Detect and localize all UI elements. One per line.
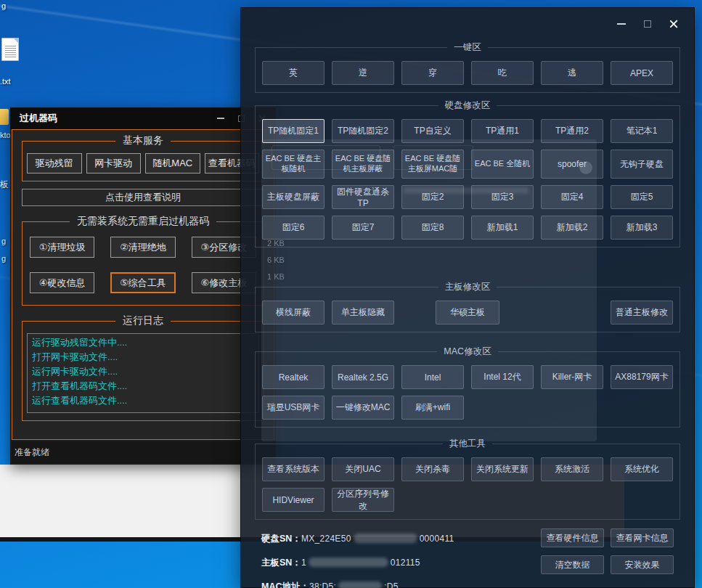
tool-button-4[interactable]: 系统激活 <box>541 457 603 481</box>
usage-guide-button[interactable]: 点击使用查看说明 <box>22 189 264 206</box>
numbered-tool-button-1[interactable]: ②清理绝地 <box>110 237 175 258</box>
other-tools-section: 其他工具 查看系统版本关闭UAC关闭杀毒关闭系统更新系统激活系统优化HIDVie… <box>255 438 680 520</box>
tool-button-1[interactable]: 关闭UAC <box>332 457 394 481</box>
minimize-button[interactable] <box>211 107 231 129</box>
info-action-button-1[interactable]: 查看网卡信息 <box>611 528 674 547</box>
mac-button-5[interactable]: AX88179网卡 <box>611 365 673 389</box>
tool-button-5[interactable]: 系统优化 <box>611 457 673 481</box>
machine-code-window-title: 过机器码 <box>10 112 57 125</box>
hdd-button-19[interactable]: 固定7 <box>332 216 394 240</box>
no-reinstall-title: 无需装系统无需重启过机器码 <box>70 215 216 228</box>
mac-button-1[interactable]: Realtek 2.5G <box>332 365 394 389</box>
hdd-button-22[interactable]: 新加载2 <box>541 216 603 240</box>
basic-button-1[interactable]: 网卡驱动 <box>86 153 142 173</box>
mac-button-4[interactable]: Killer-网卡 <box>541 365 603 389</box>
close-button[interactable] <box>664 15 684 33</box>
hdd-button-5[interactable]: 笔记本1 <box>611 119 673 143</box>
hdd-button-3[interactable]: TP通用1 <box>471 119 534 143</box>
hdd-button-14[interactable]: 固定2 <box>401 185 464 209</box>
maximize-button[interactable] <box>637 15 658 33</box>
hdd-section-title: 硬盘修改区 <box>438 99 497 112</box>
one-key-button-0[interactable]: 英 <box>262 61 325 85</box>
info-action-button-0[interactable]: 查看硬件信息 <box>541 528 604 547</box>
log-line-3: 打开查看机器码文件.... <box>32 379 254 393</box>
hdd-sn-row: 硬盘SN：MX_224E500000411 <box>261 531 454 545</box>
hdd-button-11[interactable]: 无钩子硬盘 <box>611 150 673 179</box>
hdd-button-21[interactable]: 新加载1 <box>471 216 534 240</box>
desktop-icon-label-fragment[interactable]: 板 <box>0 179 9 191</box>
one-key-title: 一键区 <box>447 41 488 54</box>
hdd-button-9[interactable]: EAC BE 全随机 <box>471 150 534 179</box>
mac-button-7[interactable]: 一键修改MAC <box>332 396 394 420</box>
mac-button-2[interactable]: Intel <box>401 365 464 389</box>
hdd-button-2[interactable]: TP自定义 <box>401 119 464 143</box>
numbered-tool-button-4[interactable]: ⑤综合工具 <box>110 272 175 293</box>
mac-address-row: MAC地址：38:D5::D5 <box>261 579 399 588</box>
motherboard-button-3[interactable]: 普通主板修改 <box>611 301 673 324</box>
info-action-button-2[interactable]: 清空数据 <box>541 555 604 574</box>
hdd-button-10[interactable]: spoofer <box>541 150 603 179</box>
mac-address-suffix: :D5 <box>384 581 399 588</box>
folder-icon-fragment[interactable] <box>0 109 9 125</box>
other-tools-buttons: 查看系统版本关闭UAC关闭杀毒关闭系统更新系统激活系统优化HIDViewer分区… <box>262 457 673 512</box>
hdd-button-18[interactable]: 固定6 <box>262 216 325 240</box>
one-key-button-2[interactable]: 穿 <box>401 61 464 85</box>
tool-button-0[interactable]: 查看系统版本 <box>262 457 325 481</box>
hdd-button-13[interactable]: 固件硬盘通杀TP <box>332 185 394 209</box>
status-text: 准备就绪 <box>15 446 49 459</box>
hdd-button-0[interactable]: TP随机固定1 <box>262 119 325 143</box>
motherboard-section: 主板修改区 横线屏蔽单主板隐藏华硕主板普通主板修改 <box>255 281 680 332</box>
hdd-button-15[interactable]: 固定3 <box>471 185 534 209</box>
desktop-icon-label-fragment[interactable]: g <box>1 1 6 10</box>
info-action-button-3[interactable]: 安装效果 <box>611 555 674 574</box>
censored-smudge <box>354 534 417 543</box>
tool-button-6[interactable]: HIDViewer <box>262 488 325 512</box>
basic-services-title: 基本服务 <box>115 134 171 147</box>
run-log-box[interactable]: 运行驱动残留文件中....打开网卡驱动文件....运行网卡驱动文件....打开查… <box>27 333 259 413</box>
machine-code-titlebar[interactable]: 过机器码 <box>10 107 276 129</box>
hdd-button-6[interactable]: EAC BE 硬盘主板随机 <box>262 150 325 179</box>
basic-button-0[interactable]: 驱动残留 <box>27 153 82 173</box>
motherboard-button-1[interactable]: 单主板隐藏 <box>332 301 394 324</box>
numbered-tool-button-0[interactable]: ①清理垃圾 <box>30 237 94 258</box>
mac-button-8[interactable]: 刷满+wifi <box>401 396 464 420</box>
run-log-title: 运行日志 <box>115 314 171 327</box>
basic-button-2[interactable]: 随机MAC <box>145 153 200 173</box>
hdd-button-17[interactable]: 固定5 <box>611 185 673 209</box>
one-key-button-3[interactable]: 吃 <box>471 61 534 85</box>
hdd-button-12[interactable]: 主板硬盘屏蔽 <box>262 185 325 209</box>
mac-button-0[interactable]: Realtek <box>262 365 325 389</box>
tool-button-3[interactable]: 关闭系统更新 <box>471 457 534 481</box>
mac-address-label: MAC地址： <box>261 581 309 588</box>
text-file-label[interactable]: .txt <box>0 77 11 86</box>
mac-address-prefix: 38:D5: <box>309 581 336 588</box>
hdd-button-1[interactable]: TP随机固定2 <box>332 119 394 143</box>
hdd-button-23[interactable]: 新加载3 <box>611 216 673 240</box>
hdd-button-20[interactable]: 固定8 <box>401 216 464 240</box>
motherboard-button-2[interactable]: 华硕主板 <box>436 301 499 324</box>
text-file-icon[interactable] <box>1 38 19 61</box>
desktop-icon-label-fragment[interactable]: kto <box>0 131 11 139</box>
mac-button-6[interactable]: 瑞昱USB网卡 <box>262 396 325 420</box>
mac-section: MAC修改区 RealtekRealtek 2.5GIntelIntel 12代… <box>255 346 680 428</box>
hdd-button-7[interactable]: EAC BE 硬盘随机主板屏蔽 <box>332 150 394 179</box>
one-key-button-1[interactable]: 逆 <box>332 61 394 85</box>
mobo-sn-label: 主板SN： <box>261 558 301 568</box>
motherboard-button-0[interactable]: 横线屏蔽 <box>262 301 325 324</box>
hdd-button-16[interactable]: 固定4 <box>541 185 603 209</box>
desktop-icon-label-fragment[interactable]: g <box>1 237 6 245</box>
tool-button-2[interactable]: 关闭杀毒 <box>401 457 464 481</box>
hdd-section: 硬盘修改区 TP随机固定1TP随机固定2TP自定义TP通用1TP通用2笔记本1E… <box>255 99 680 248</box>
one-key-button-5[interactable]: APEX <box>611 61 673 85</box>
hdd-button-8[interactable]: EAC BE 硬盘随主板屏MAC随 <box>401 150 464 179</box>
mac-button-3[interactable]: Intel 12代 <box>471 365 534 389</box>
minimize-button[interactable] <box>611 15 632 33</box>
modifier-titlebar[interactable] <box>241 8 694 40</box>
hdd-button-4[interactable]: TP通用2 <box>541 119 603 143</box>
desktop-icon-label-fragment[interactable]: g <box>1 254 6 263</box>
modifier-tool-window: 一键区 英逆穿吃逃APEX 硬盘修改区 TP随机固定1TP随机固定2TP自定义T… <box>240 7 695 588</box>
tool-button-7[interactable]: 分区序列号修改 <box>332 488 394 512</box>
hardware-info-panel: 硬盘SN：MX_224E500000411 主板SN：1012115 MAC地址… <box>261 527 674 588</box>
one-key-button-4[interactable]: 逃 <box>541 61 603 85</box>
numbered-tool-button-3[interactable]: ④硬改信息 <box>30 272 94 293</box>
